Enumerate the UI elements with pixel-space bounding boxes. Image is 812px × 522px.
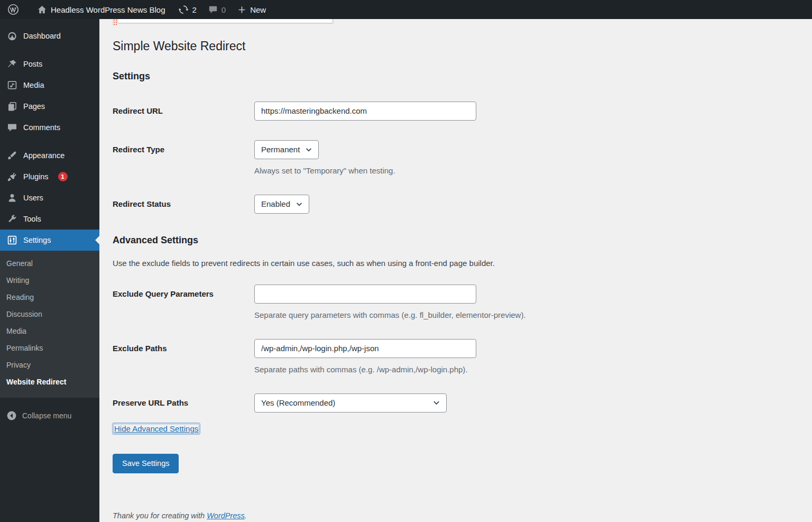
site-name: Headless WordPress News Blog xyxy=(51,5,165,14)
preserve-paths-row: Preserve URL Paths Yes (Recommended) xyxy=(113,393,791,413)
comments-icon xyxy=(7,122,17,133)
hide-advanced-settings-link[interactable]: Hide Advanced Settings xyxy=(113,423,200,434)
updates-icon xyxy=(179,5,188,14)
collapse-menu-button[interactable]: Collapse menu xyxy=(0,405,99,426)
exclude-paths-label: Exclude Paths xyxy=(113,339,254,374)
sidebar-item-label: Plugins xyxy=(23,172,49,181)
plugins-icon xyxy=(7,171,17,182)
users-icon xyxy=(7,193,17,203)
comments-indicator[interactable]: 0 xyxy=(203,0,231,19)
exclude-paths-input[interactable] xyxy=(254,339,476,358)
footer-credit: Thank you for creating with WordPress. xyxy=(113,511,791,520)
comments-count: 0 xyxy=(222,5,226,14)
collapse-arrow-icon xyxy=(6,410,17,421)
wordpress-menu[interactable] xyxy=(6,0,24,19)
sidebar-item-label: Appearance xyxy=(23,151,64,160)
sidebar-item-label: Pages xyxy=(23,102,45,111)
footer-text: Thank you for creating with xyxy=(113,511,207,520)
page-title: Simple Website Redirect xyxy=(113,39,791,54)
preserve-paths-label: Preserve URL Paths xyxy=(113,393,254,413)
sidebar-item-plugins[interactable]: Plugins 1 xyxy=(0,166,99,187)
redirect-type-label: Redirect Type xyxy=(113,140,254,175)
wordpress-logo-icon xyxy=(7,4,19,15)
drag-handle-fragment xyxy=(113,19,117,25)
new-content-menu[interactable]: New xyxy=(232,0,271,19)
preserve-paths-value: Yes (Recommended) xyxy=(261,398,335,407)
save-settings-button[interactable]: Save Settings xyxy=(113,454,179,473)
sidebar-item-label: Dashboard xyxy=(23,32,61,40)
menu-separator xyxy=(0,47,99,53)
redirect-type-select[interactable]: Permanent xyxy=(254,140,319,159)
exclude-paths-row: Exclude Paths Separate paths with commas… xyxy=(113,339,791,374)
main-content: Simple Website Redirect Settings Redirec… xyxy=(99,19,812,522)
sidebar-item-label: Media xyxy=(23,81,44,89)
sidebar-item-appearance[interactable]: Appearance xyxy=(0,145,99,166)
exclude-paths-help: Separate paths with commas (e.g. /wp-adm… xyxy=(254,365,476,374)
plus-icon xyxy=(237,5,246,14)
redirect-type-value: Permanent xyxy=(261,145,300,154)
sidebar-item-settings[interactable]: Settings xyxy=(0,230,99,251)
sidebar-item-discussion[interactable]: Discussion xyxy=(0,306,99,323)
sidebar-item-reading[interactable]: Reading xyxy=(0,289,99,306)
sidebar-item-permalinks[interactable]: Permalinks xyxy=(0,340,99,356)
redirect-type-row: Redirect Type Permanent Always set to "T… xyxy=(113,140,791,175)
redirect-status-value: Enabled xyxy=(261,199,290,208)
sidebar-item-media-settings[interactable]: Media xyxy=(0,323,99,340)
dashboard-icon xyxy=(7,31,17,41)
pages-icon xyxy=(7,101,17,112)
sidebar-item-posts[interactable]: Posts xyxy=(0,53,99,75)
sidebar-item-writing[interactable]: Writing xyxy=(0,272,99,289)
sidebar-item-dashboard[interactable]: Dashboard xyxy=(0,25,99,47)
visit-site-link[interactable]: Headless WordPress News Blog xyxy=(32,0,170,19)
admin-bar: Headless WordPress News Blog 2 0 New xyxy=(0,0,812,19)
sidebar-item-label: Settings xyxy=(23,236,51,244)
updates-count: 2 xyxy=(192,5,196,14)
pin-icon xyxy=(7,59,17,69)
sidebar-item-label: Users xyxy=(23,194,43,202)
redirect-status-select[interactable]: Enabled xyxy=(254,195,309,214)
sidebar-item-website-redirect[interactable]: Website Redirect xyxy=(0,373,99,390)
redirect-url-input[interactable] xyxy=(254,102,476,121)
chevron-down-icon xyxy=(296,200,303,208)
settings-section-heading: Settings xyxy=(113,71,791,82)
tools-wrench-icon xyxy=(7,214,17,224)
settings-submenu: General Writing Reading Discussion Media… xyxy=(0,251,99,398)
sidebar-item-label: Posts xyxy=(23,60,42,68)
media-icon xyxy=(7,80,17,90)
advanced-section-description: Use the exclude fields to prevent redire… xyxy=(113,259,791,268)
advanced-section-heading: Advanced Settings xyxy=(113,235,791,246)
sidebar-item-media[interactable]: Media xyxy=(0,75,99,96)
footer-suffix: . xyxy=(245,511,247,520)
admin-sidebar: Dashboard Posts xyxy=(0,19,99,522)
chevron-down-icon xyxy=(432,399,440,407)
sidebar-item-label: Tools xyxy=(23,215,41,223)
updates-indicator[interactable]: 2 xyxy=(173,0,201,19)
exclude-query-help: Separate query parameters with commas (e… xyxy=(254,310,526,319)
exclude-query-row: Exclude Query Parameters Separate query … xyxy=(113,285,791,319)
redirect-status-row: Redirect Status Enabled xyxy=(113,195,791,214)
chevron-down-icon xyxy=(305,146,312,153)
sidebar-item-privacy[interactable]: Privacy xyxy=(0,356,99,373)
sidebar-item-tools[interactable]: Tools xyxy=(0,208,99,230)
redirect-type-help: Always set to "Temporary" when testing. xyxy=(254,166,395,175)
appearance-brush-icon xyxy=(7,150,17,161)
new-label: New xyxy=(250,5,266,14)
redirect-url-label: Redirect URL xyxy=(113,102,254,121)
menu-separator xyxy=(0,138,99,145)
settings-icon xyxy=(7,235,17,245)
sidebar-item-comments[interactable]: Comments xyxy=(0,117,99,138)
exclude-query-input[interactable] xyxy=(254,285,476,304)
admin-menu: Dashboard Posts xyxy=(0,19,99,426)
redirect-status-label: Redirect Status xyxy=(113,195,254,214)
comment-bubble-icon xyxy=(208,5,218,14)
exclude-query-label: Exclude Query Parameters xyxy=(113,285,254,319)
redirect-url-row: Redirect URL xyxy=(113,102,791,121)
sidebar-item-general[interactable]: General xyxy=(0,255,99,272)
sidebar-item-label: Comments xyxy=(23,123,60,132)
sidebar-item-pages[interactable]: Pages xyxy=(0,96,99,117)
preserve-paths-select[interactable]: Yes (Recommended) xyxy=(254,393,447,413)
wordpress-link[interactable]: WordPress xyxy=(207,511,245,520)
plugins-update-badge: 1 xyxy=(58,172,68,181)
sidebar-item-users[interactable]: Users xyxy=(0,187,99,208)
collapse-menu-label: Collapse menu xyxy=(22,411,71,420)
